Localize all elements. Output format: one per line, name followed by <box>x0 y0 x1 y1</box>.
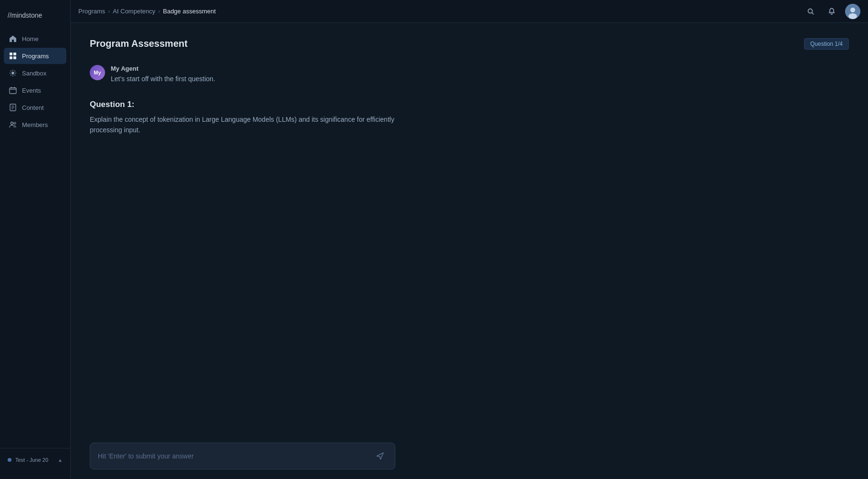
sidebar-item-content-label: Content <box>22 104 44 111</box>
search-icon <box>807 8 815 15</box>
avatar-image <box>845 4 860 19</box>
input-bar-wrapper <box>71 435 868 479</box>
send-icon <box>376 452 384 460</box>
breadcrumb-sep-2: › <box>158 8 160 15</box>
events-icon <box>9 86 17 95</box>
svg-rect-5 <box>10 88 16 94</box>
home-icon <box>9 34 17 43</box>
agent-intro-text: Let's start off with the first question. <box>111 75 215 83</box>
question-badge: Question 1/4 <box>804 38 849 50</box>
logo-text: //mindstone <box>8 11 42 19</box>
page-title: Program Assessment <box>90 38 188 49</box>
question-label: Question 1: <box>90 100 849 109</box>
sidebar-item-members[interactable]: Members <box>4 117 66 133</box>
sidebar-nav: Home Programs Sandbox <box>0 31 70 448</box>
topbar: Programs › AI Competency › Badge assessm… <box>71 0 868 23</box>
footer-test-item[interactable]: Test - June 20 ▲ <box>8 454 63 466</box>
svg-point-9 <box>808 9 813 13</box>
sidebar: //mindstone Home Programs <box>0 0 71 479</box>
content-icon <box>9 103 17 112</box>
svg-point-12 <box>850 8 855 12</box>
sidebar-item-home-label: Home <box>22 35 39 43</box>
breadcrumb: Programs › AI Competency › Badge assessm… <box>78 8 799 15</box>
main-area: Programs › AI Competency › Badge assessm… <box>71 0 868 479</box>
agent-message: My My Agent Let's start off with the fir… <box>90 65 849 83</box>
footer-chevron: ▲ <box>58 458 63 463</box>
sidebar-item-events[interactable]: Events <box>4 82 66 98</box>
svg-line-10 <box>812 12 814 14</box>
agent-avatar: My <box>90 65 105 80</box>
sidebar-item-events-label: Events <box>22 87 41 94</box>
svg-rect-3 <box>13 56 16 59</box>
svg-point-7 <box>11 122 13 125</box>
agent-name: My Agent <box>111 65 215 72</box>
svg-point-4 <box>11 72 14 75</box>
footer-label: Test - June 20 <box>15 457 48 463</box>
programs-icon <box>9 52 17 60</box>
sidebar-item-sandbox-label: Sandbox <box>22 70 46 77</box>
breadcrumb-sep-1: › <box>108 8 110 15</box>
breadcrumb-ai-competency[interactable]: AI Competency <box>113 8 155 15</box>
assessment-body: My My Agent Let's start off with the fir… <box>90 65 849 420</box>
sidebar-item-sandbox[interactable]: Sandbox <box>4 65 66 81</box>
sidebar-item-programs[interactable]: Programs <box>4 48 66 64</box>
send-button[interactable] <box>373 449 387 463</box>
input-bar <box>90 443 395 469</box>
question-block: Question 1: Explain the concept of token… <box>90 100 849 136</box>
agent-initials: My <box>94 70 101 75</box>
sidebar-item-programs-label: Programs <box>22 53 49 60</box>
svg-rect-0 <box>10 53 12 55</box>
answer-input[interactable] <box>98 452 369 460</box>
agent-message-content: My Agent Let's start off with the first … <box>111 65 215 83</box>
svg-point-8 <box>14 122 16 124</box>
logo: //mindstone <box>0 8 70 31</box>
content-area: Program Assessment Question 1/4 My My Ag… <box>71 23 868 435</box>
breadcrumb-programs[interactable]: Programs <box>78 8 105 15</box>
search-button[interactable] <box>803 4 818 19</box>
footer-dot <box>8 458 11 462</box>
content-header: Program Assessment Question 1/4 <box>90 38 849 50</box>
svg-point-13 <box>848 13 857 19</box>
topbar-actions <box>803 4 860 19</box>
user-avatar[interactable] <box>845 4 860 19</box>
sidebar-item-content[interactable]: Content <box>4 99 66 116</box>
bell-icon <box>828 8 836 15</box>
breadcrumb-badge-assessment: Badge assessment <box>163 8 216 15</box>
sidebar-item-members-label: Members <box>22 121 48 128</box>
svg-rect-1 <box>13 53 16 55</box>
sidebar-item-home[interactable]: Home <box>4 31 66 47</box>
members-icon <box>9 120 17 129</box>
notifications-button[interactable] <box>824 4 839 19</box>
sidebar-footer[interactable]: Test - June 20 ▲ <box>0 448 70 471</box>
svg-rect-2 <box>10 56 12 59</box>
sandbox-icon <box>9 69 17 77</box>
question-text: Explain the concept of tokenization in L… <box>90 114 395 136</box>
